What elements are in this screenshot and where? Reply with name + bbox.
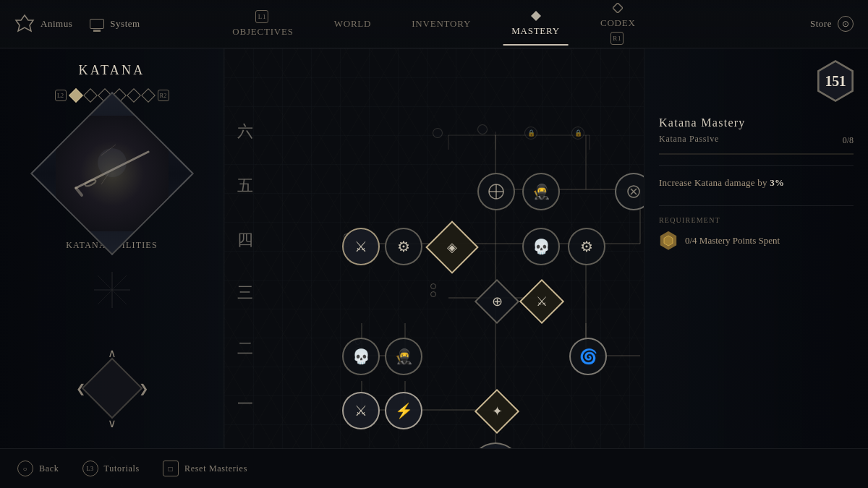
animus-nav-item[interactable]: Animus	[14, 14, 72, 34]
sword-cross-icon: ⚔	[354, 402, 367, 419]
skill-node-r6-right-lock[interactable]: 🔒	[571, 127, 584, 140]
skill-node-spiral[interactable]: 🌀	[569, 338, 607, 375]
skill-node-wheel[interactable]: ⊕	[477, 282, 516, 321]
back-action[interactable]: ○ Back	[17, 461, 59, 476]
swords-r4-icon: ⚔	[354, 238, 367, 255]
diamond-node-wrap-burst: ✦	[477, 392, 516, 431]
tab-mastery-label: Mastery	[511, 25, 560, 37]
requirement-item: 0/4 Mastery Points Spent	[659, 231, 854, 250]
burst-icon: ✦	[492, 403, 503, 419]
top-navigation: Animus System L1 Objectives World Invent…	[0, 0, 868, 48]
grid-decoration	[90, 268, 134, 312]
lock-node-r6-right: 🔒	[571, 127, 584, 140]
skill-node-diamond-burst[interactable]: ✦	[477, 392, 516, 431]
tab-inventory-label: Inventory	[412, 18, 471, 30]
panel-divider-1	[659, 165, 854, 166]
tab-codex-label: Codex	[600, 17, 636, 29]
svg-marker-47	[664, 236, 673, 246]
tutorials-action[interactable]: L3 Tutorials	[82, 461, 140, 476]
weapon-artwork	[56, 116, 169, 231]
diamond-wrap-r4: ◈	[433, 228, 472, 267]
node-circle-swords-r4: ⚔	[342, 228, 380, 265]
hexagon-border: 151	[814, 60, 856, 102]
right-panel: 151 Katana Mastery Katana Passive 0/8 In…	[644, 48, 868, 448]
skill-node-cog-r4[interactable]: ⚙	[568, 228, 605, 265]
skill-node-r5-center[interactable]	[477, 173, 515, 210]
panel-divider-2	[659, 205, 854, 206]
skill-node-r6-lock[interactable]: 🔒	[524, 127, 537, 140]
mastery-main-area: 六 五 四 三 二 一 ⚔ ⚡ ✦ 習得 💀	[224, 48, 644, 448]
tab-objectives[interactable]: L1 Objectives	[224, 4, 302, 43]
desc-value: 3%	[770, 177, 784, 188]
gear-icon: ⚙	[397, 238, 410, 255]
reset-label: Reset Masteries	[184, 463, 247, 474]
node-circle-r5	[477, 173, 515, 210]
panel-progress-row: Katana Passive 0/8	[659, 134, 854, 147]
r5-right-icon: 🥷	[532, 183, 550, 200]
skill-node-figure[interactable]: 🥷	[385, 338, 422, 375]
small-dot-4	[430, 291, 436, 297]
node-circle-sword-1: ⚔	[342, 392, 380, 429]
tab-world-label: World	[334, 18, 372, 30]
skill-node-r6-left[interactable]	[433, 128, 443, 138]
svg-point-6	[98, 148, 127, 177]
skill-node-swords-row4[interactable]: ⚔	[342, 228, 380, 265]
tab-inventory[interactable]: Inventory	[403, 12, 480, 35]
codex-diamond-icon	[613, 3, 623, 13]
panel-title: Katana Mastery	[659, 116, 854, 129]
diamond-node-r4: ◈	[425, 221, 479, 274]
skill-node-r5-right[interactable]: 🥷	[522, 173, 560, 210]
diamond-node-wrap-wheel: ⊕	[477, 282, 516, 321]
bottom-bar: ○ Back L3 Tutorials □ Reset Masteries	[0, 448, 868, 488]
node-circle-learn: 習得	[470, 442, 521, 448]
mastery-diamond-icon	[531, 11, 541, 21]
node-circle-far-r5	[615, 173, 644, 210]
system-nav-item[interactable]: System	[90, 18, 140, 30]
reset-action[interactable]: □ Reset Masteries	[163, 461, 247, 476]
nav-down-arrow[interactable]: ∨	[108, 416, 116, 430]
skull-icon: 💀	[352, 348, 370, 365]
skill-node-skull-r4[interactable]: 💀	[522, 228, 560, 265]
diamond-node-wheel: ⊕	[475, 279, 519, 324]
small-dot-3	[430, 283, 436, 289]
store-button[interactable]: Store ⊙	[810, 16, 854, 32]
dot-node-r6-center	[477, 124, 488, 134]
skill-node-r6-center[interactable]	[477, 124, 488, 134]
requirement-label: REQUIREMENT	[659, 216, 854, 224]
nav-center-tabs: L1 Objectives World Inventory Mastery Co…	[174, 0, 694, 51]
skill-node-learn-base[interactable]: 習得	[470, 442, 521, 448]
row-label-5: 五	[237, 175, 253, 197]
panel-description: Increase Katana damage by 3%	[659, 176, 854, 191]
skill-node-gear[interactable]: ⚙	[385, 228, 422, 265]
nav-left-arrow[interactable]: ❮	[76, 382, 85, 395]
l2-button[interactable]: L2	[55, 90, 67, 101]
mastery-dot-2	[83, 88, 98, 103]
diamond-nav: ❮ ❯	[76, 363, 148, 414]
nav-right-arrow[interactable]: ❯	[139, 382, 148, 395]
panel-subtitle: Katana Passive	[659, 134, 719, 145]
node-circle-spiral: 🌀	[569, 338, 607, 375]
animus-label: Animus	[41, 18, 72, 30]
tab-world[interactable]: World	[326, 12, 380, 35]
nav-diamond-shape	[81, 358, 142, 419]
skill-node-lightning-1[interactable]: ⚡	[385, 392, 422, 429]
tab-codex[interactable]: Codex R1	[592, 0, 644, 51]
skill-node-far-r5[interactable]	[615, 173, 644, 210]
skill-node-diamond-row4[interactable]: ◈	[433, 228, 472, 267]
weapon-silhouette-svg	[61, 123, 163, 224]
weapon-image	[54, 116, 170, 231]
diamond-node-burst: ✦	[475, 389, 519, 434]
skill-node-sword-cross-1[interactable]: ⚔	[342, 392, 380, 429]
skill-node-skull[interactable]: 💀	[342, 338, 380, 375]
req-hex-icon	[659, 231, 678, 250]
row-label-6: 六	[237, 121, 253, 142]
diamond-node-wrap-blades: ⚔	[522, 282, 561, 321]
mastery-points-badge: 151	[814, 60, 856, 102]
tab-mastery[interactable]: Mastery	[503, 5, 569, 43]
r2-button[interactable]: R2	[158, 90, 169, 101]
skull-r4-icon: 💀	[532, 238, 550, 255]
node-circle-lightning-1: ⚡	[385, 392, 422, 429]
node-circle-skull: 💀	[342, 338, 380, 375]
skill-node-crossed-blades[interactable]: ⚔	[522, 282, 561, 321]
tutorials-label: Tutorials	[104, 463, 140, 474]
